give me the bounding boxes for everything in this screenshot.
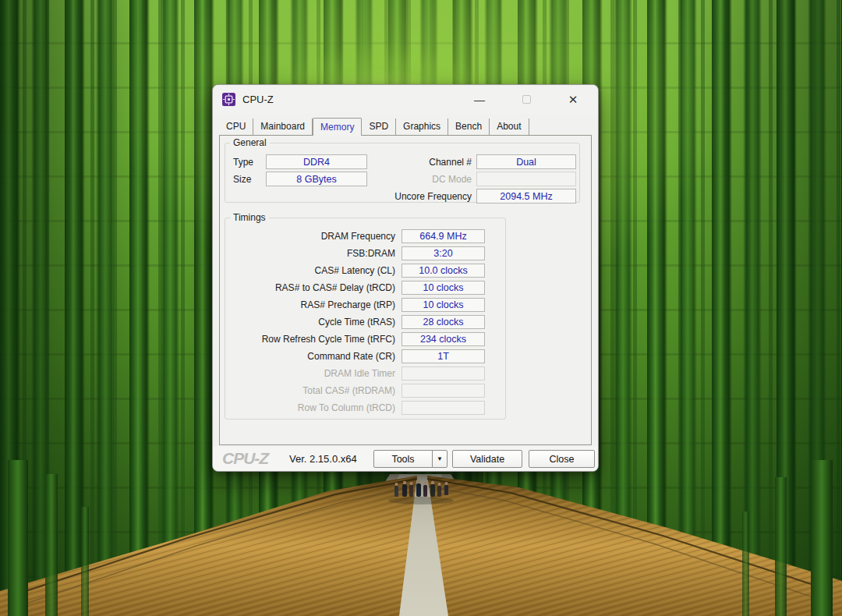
ras-to-cas-delay-trcd-value: 10 clocks [402,281,485,295]
row-to-column-trcd-label: Row To Column (tRCD) [232,402,395,413]
row-refresh-cycle-time-trfc-value: 234 clocks [402,332,485,346]
field-row-channel: Channel #Dual [347,154,576,169]
cas-latency-cl-value: 10.0 clocks [402,264,485,278]
dram-frequency-value: 664.9 MHz [402,229,485,243]
row-to-column-trcd-value [402,401,485,415]
forest-path-scene [0,460,842,616]
timings-fields: DRAM Frequency664.9 MHzFSB:DRAM3:20CAS# … [232,229,485,415]
cas-latency-cl-label: CAS# Latency (CL) [232,265,395,276]
field-row-row-refresh-cycle-time-trfc: Row Refresh Cycle Time (tRFC)234 clocks [232,332,485,346]
close-button[interactable]: ✕ [553,88,593,112]
tab-strip: CPUMainboardMemorySPDGraphicsBenchAbout [219,116,592,135]
tab-bench[interactable]: Bench [448,119,490,135]
field-row-dram-idle-timer: DRAM Idle Timer [232,366,485,381]
chevron-down-icon: ▼ [437,455,443,462]
dc-mode-label: DC Mode [347,174,472,185]
maximize-icon [522,95,531,104]
dram-idle-timer-label: DRAM Idle Timer [232,368,395,379]
cpuz-logo: CPU-Z [222,449,268,468]
fsb-dram-value: 3:20 [402,246,485,260]
version-label: Ver. 2.15.0.x64 [289,453,357,465]
cpuz-window: CPU-Z — ✕ CPUMainboardMemorySPDGraphicsB… [212,84,599,472]
ras-precharge-trp-value: 10 clocks [402,298,485,312]
bamboo-trunk [8,460,28,616]
command-rate-cr-label: Command Rate (CR) [232,351,395,362]
command-rate-cr-value: 1T [402,349,485,363]
cpuz-app-icon [222,93,235,106]
field-row-row-to-column-trcd: Row To Column (tRCD) [232,401,485,415]
field-row-ras-to-cas-delay-trcd: RAS# to CAS# Delay (tRCD)10 clocks [232,281,485,295]
dram-frequency-label: DRAM Frequency [232,231,395,242]
tab-cpu[interactable]: CPU [219,119,253,135]
cycle-time-tras-label: Cycle Time (tRAS) [232,317,395,327]
timings-group-legend: Timings [230,212,269,223]
maximize-button[interactable] [506,88,547,112]
dc-mode-value [476,172,576,186]
general-group: General TypeDDR4Size8 GBytes Channel #Du… [225,137,580,203]
footer-bar: CPU-Z Ver. 2.15.0.x64 Tools ▼ Validate C… [213,447,598,471]
window-title: CPU-Z [242,94,459,105]
total-cas-trdram-label: Total CAS# (tRDRAM) [232,385,395,396]
channel-label: Channel # [347,157,472,168]
minimize-button[interactable]: — [459,88,500,112]
fsb-dram-label: FSB:DRAM [232,248,395,259]
close-icon: ✕ [568,93,578,107]
tab-memory[interactable]: Memory [313,118,362,136]
minimize-icon: — [474,94,485,106]
bamboo-trunk [811,460,833,616]
total-cas-trdram-value [402,384,485,398]
field-row-dc-mode: DC Mode [347,172,576,186]
titlebar: CPU-Z — ✕ [213,85,598,114]
general-group-legend: General [230,137,270,148]
field-row-command-rate-cr: Command Rate (CR)1T [232,349,485,363]
ras-precharge-trp-label: RAS# Precharge (tRP) [232,299,395,310]
general-right-fields: Channel #DualDC ModeUncore Frequency2094… [347,154,576,204]
tools-button[interactable]: Tools [373,450,433,468]
tab-about[interactable]: About [490,119,529,135]
window-controls: — ✕ [459,88,593,112]
field-row-uncore-frequency: Uncore Frequency2094.5 MHz [347,189,576,204]
ras-to-cas-delay-trcd-label: RAS# to CAS# Delay (tRCD) [232,282,395,293]
field-row-total-cas-trdram: Total CAS# (tRDRAM) [232,384,485,398]
tab-graphics[interactable]: Graphics [396,119,448,135]
dram-idle-timer-value [402,366,485,381]
type-label: Type [233,157,266,168]
validate-button[interactable]: Validate [452,450,522,468]
close-window-button[interactable]: Close [529,450,595,468]
tab-spd[interactable]: SPD [362,119,396,135]
tab-mainboard[interactable]: Mainboard [253,119,313,135]
field-row-fsb-dram: FSB:DRAM3:20 [232,246,485,260]
field-row-cas-latency-cl: CAS# Latency (CL)10.0 clocks [232,264,485,278]
size-label: Size [233,174,266,185]
uncore-frequency-value: 2094.5 MHz [476,189,576,204]
memory-tab-panel: General TypeDDR4Size8 GBytes Channel #Du… [219,135,592,445]
cycle-time-tras-value: 28 clocks [402,315,485,329]
row-refresh-cycle-time-trfc-label: Row Refresh Cycle Time (tRFC) [232,334,395,345]
channel-value: Dual [476,154,576,169]
field-row-cycle-time-tras: Cycle Time (tRAS)28 clocks [232,315,485,329]
tools-dropdown-button[interactable]: ▼ [432,450,448,468]
uncore-frequency-label: Uncore Frequency [347,191,472,202]
field-row-ras-precharge-trp: RAS# Precharge (tRP)10 clocks [232,298,485,312]
timings-group: Timings DRAM Frequency664.9 MHzFSB:DRAM3… [225,212,506,420]
field-row-dram-frequency: DRAM Frequency664.9 MHz [232,229,485,243]
